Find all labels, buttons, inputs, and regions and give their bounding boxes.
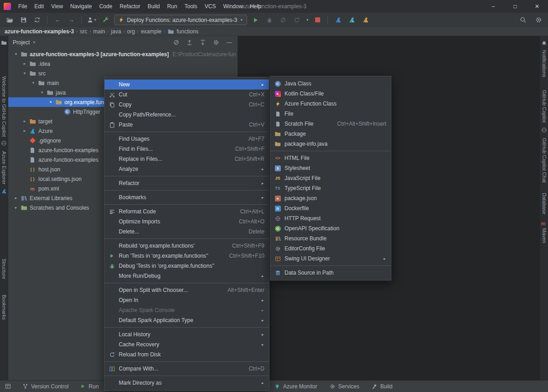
context-item-compare-with[interactable]: Compare With... Ctrl+D bbox=[105, 364, 269, 374]
azure-deploy-icon[interactable] bbox=[360, 15, 370, 25]
submenu-item-java-class[interactable]: C Java Class bbox=[270, 79, 391, 89]
azure-publish-icon[interactable] bbox=[333, 15, 343, 25]
tool-button-structure[interactable]: Structure bbox=[1, 259, 7, 279]
chevron-down-icon[interactable]: ▼ bbox=[12, 52, 20, 56]
hide-panel-icon[interactable]: — bbox=[226, 39, 233, 46]
menu-refactor[interactable]: Refactor bbox=[116, 1, 144, 12]
context-item-reload-from-disk[interactable]: Reload from Disk bbox=[105, 350, 269, 360]
run-config-selector[interactable]: Deploy Functions: azure-function-example… bbox=[114, 15, 247, 25]
submenu-item-scratch-file[interactable]: Scratch File Ctrl+Alt+Shift+Insert bbox=[270, 119, 391, 129]
tool-button-database[interactable]: Database bbox=[542, 193, 547, 214]
context-item-cache-recovery[interactable]: Cache Recovery ► bbox=[105, 339, 269, 350]
azure-icon[interactable] bbox=[1, 188, 7, 195]
copilot-icon[interactable] bbox=[541, 127, 548, 133]
panel-settings-gear-icon[interactable] bbox=[212, 39, 220, 46]
tool-button-copilot-chat[interactable]: GitHub Copilot Chat bbox=[542, 138, 547, 183]
collapse-all-icon[interactable] bbox=[199, 39, 206, 46]
context-item-more-run-debug[interactable]: More Run/Debug ► bbox=[105, 271, 269, 281]
breadcrumb-src[interactable]: src bbox=[80, 28, 87, 35]
submenu-item-package-info[interactable]: package-info.java bbox=[270, 139, 391, 149]
tool-button-maven[interactable]: Maven bbox=[542, 228, 547, 243]
submenu-item-http-request[interactable]: HTTP Request bbox=[270, 213, 391, 223]
submenu-item-javascript-file[interactable]: JS JavaScript File bbox=[270, 173, 391, 183]
status-version-control[interactable]: Version Control bbox=[22, 383, 68, 390]
context-item-bookmarks[interactable]: Bookmarks ► bbox=[105, 192, 269, 202]
run-button[interactable] bbox=[251, 15, 261, 25]
submenu-item-package-json[interactable]: n package.json bbox=[270, 193, 391, 203]
context-item-copy[interactable]: Copy Ctrl+C bbox=[105, 100, 269, 110]
expand-all-icon[interactable] bbox=[186, 39, 193, 46]
submenu-item-stylesheet[interactable]: S Stylesheet bbox=[270, 163, 391, 173]
breadcrumb-functions[interactable]: functions bbox=[177, 28, 199, 35]
maven-icon[interactable]: m bbox=[541, 221, 548, 227]
menu-view[interactable]: View bbox=[47, 1, 67, 12]
chevron-down-icon[interactable]: ▼ bbox=[47, 100, 55, 104]
submenu-item-azure-function-class[interactable]: Azure Function Class bbox=[270, 99, 391, 109]
sync-icon[interactable] bbox=[32, 15, 42, 25]
context-item-refactor[interactable]: Refactor ► bbox=[105, 178, 269, 188]
breadcrumb-org[interactable]: org bbox=[127, 28, 135, 35]
close-button[interactable]: ✕ bbox=[526, 0, 548, 13]
minimize-button[interactable]: – bbox=[482, 0, 504, 13]
status-build[interactable]: Build bbox=[371, 383, 393, 390]
submenu-item-resource-bundle[interactable]: Resource Bundle bbox=[270, 233, 391, 244]
chevron-down-icon[interactable]: ▼ bbox=[306, 18, 309, 21]
context-item-mark-directory-as[interactable]: Mark Directory as ► bbox=[105, 378, 269, 388]
context-item-rebuild[interactable]: Rebuild 'org.example.functions' Ctrl+Shi… bbox=[105, 241, 269, 251]
chevron-down-icon[interactable]: ▼ bbox=[29, 81, 37, 85]
profiler-button[interactable] bbox=[292, 15, 302, 25]
context-item-reformat-code[interactable]: Reformat Code Ctrl+Alt+L bbox=[105, 207, 269, 217]
project-panel-title[interactable]: Project bbox=[13, 39, 30, 46]
context-item-open-in-split[interactable]: Open in Split with Chooser... Alt+Shift+… bbox=[105, 285, 269, 295]
maximize-button[interactable]: □ bbox=[504, 0, 526, 13]
context-item-paste[interactable]: Paste Ctrl+V bbox=[105, 120, 269, 130]
user-account-icon[interactable]: ▼ bbox=[87, 15, 97, 25]
context-item-apache-spark-console[interactable]: Apache Spark Console ► bbox=[105, 305, 269, 315]
azure-tools-icon[interactable] bbox=[100, 15, 111, 25]
context-item-analyze[interactable]: Analyze ► bbox=[105, 164, 269, 174]
save-icon[interactable] bbox=[18, 15, 28, 25]
project-tool-icon[interactable] bbox=[1, 40, 7, 46]
breadcrumb-main[interactable]: main bbox=[93, 28, 105, 35]
context-item-copy-path[interactable]: Copy Path/Reference... bbox=[105, 110, 269, 120]
tree-row-idea[interactable]: ► .idea bbox=[8, 59, 237, 69]
search-icon[interactable] bbox=[518, 15, 528, 25]
menu-help[interactable]: Help bbox=[246, 1, 265, 12]
stop-button[interactable] bbox=[312, 15, 322, 25]
menu-build[interactable]: Build bbox=[144, 1, 163, 12]
tool-button-welcome-copilot[interactable]: Welcome to GitHub Copilot bbox=[1, 76, 7, 137]
context-item-optimize-imports[interactable]: Optimize Imports Ctrl+Alt+O bbox=[105, 217, 269, 227]
submenu-item-package[interactable]: Package bbox=[270, 129, 391, 139]
tree-row-project-root[interactable]: ▼ azure-function-examples-3 [azure-funct… bbox=[8, 49, 237, 59]
chevron-right-icon[interactable]: ► bbox=[12, 196, 20, 200]
context-item-debug-tests[interactable]: Debug 'Tests in 'org.example.functions'' bbox=[105, 261, 269, 271]
chevron-right-icon[interactable]: ► bbox=[21, 62, 29, 66]
tool-button-github-copilot[interactable]: GitHub Copilot bbox=[542, 90, 547, 123]
status-azure-monitor[interactable]: Azure Monitor bbox=[274, 383, 317, 390]
context-item-find-in-files[interactable]: Find in Files... Ctrl+Shift+F bbox=[105, 144, 269, 154]
coverage-button[interactable] bbox=[278, 15, 288, 25]
menu-vcs[interactable]: VCS bbox=[201, 1, 220, 12]
context-item-cut[interactable]: Cut Ctrl+X bbox=[105, 90, 269, 100]
context-item-open-in[interactable]: Open In ► bbox=[105, 295, 269, 305]
tool-button-azure-explorer[interactable]: Azure Explorer bbox=[1, 151, 7, 185]
submenu-item-data-source-in-path[interactable]: Data Source in Path bbox=[270, 268, 391, 278]
select-opened-file-icon[interactable] bbox=[173, 39, 180, 46]
submenu-item-html-file[interactable]: <> HTML File bbox=[270, 153, 391, 163]
status-run[interactable]: Run bbox=[79, 383, 99, 390]
context-item-run-tests[interactable]: Run 'Tests in 'org.example.functions'' C… bbox=[105, 251, 269, 261]
chevron-down-icon[interactable]: ▼ bbox=[21, 71, 29, 75]
context-item-local-history[interactable]: Local History ► bbox=[105, 329, 269, 339]
breadcrumb-java[interactable]: java bbox=[111, 28, 121, 35]
submenu-item-swing-ui-designer[interactable]: Swing UI Designer ► bbox=[270, 254, 391, 264]
submenu-item-editorconfig[interactable]: EditorConfig File bbox=[270, 244, 391, 254]
breadcrumb-example[interactable]: example bbox=[141, 28, 161, 35]
debug-button[interactable] bbox=[264, 15, 274, 25]
open-folder-icon[interactable] bbox=[5, 15, 15, 25]
menu-window[interactable]: Window bbox=[220, 1, 247, 12]
tool-button-notifications[interactable]: Notifications bbox=[542, 50, 547, 77]
tool-button-bookmarks[interactable]: Bookmarks bbox=[1, 295, 7, 320]
azure-explorer-icon[interactable] bbox=[347, 15, 357, 25]
submenu-item-openapi-spec[interactable]: O OpenAPI Specification bbox=[270, 223, 391, 233]
chevron-right-icon[interactable]: ► bbox=[21, 119, 29, 123]
